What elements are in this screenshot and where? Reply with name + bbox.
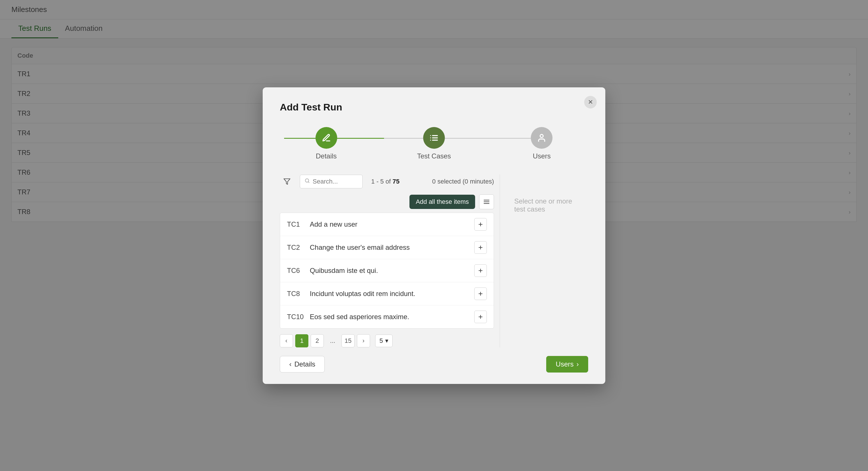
pagination-prev[interactable]: ‹ xyxy=(280,334,293,347)
tc-code: TC1 xyxy=(287,220,310,228)
page-info: 1 - 5 of 75 xyxy=(371,178,399,185)
tc-add-button[interactable] xyxy=(474,287,487,300)
add-all-button[interactable]: Add all these items xyxy=(409,195,475,209)
svg-marker-7 xyxy=(284,179,290,184)
test-case-row: TC6 Quibusdam iste et qui. xyxy=(280,259,494,282)
test-cases-table: TC1 Add a new user TC2 Change the user's… xyxy=(280,213,494,328)
modal-footer: ‹ Details Users › xyxy=(280,356,588,373)
filter-bar: 1 - 5 of 75 0 selected (0 minutes) xyxy=(280,175,494,189)
panel-divider xyxy=(500,175,500,347)
filter-button[interactable] xyxy=(280,175,294,189)
tc-add-button[interactable] xyxy=(474,241,487,254)
modal-backdrop: ✕ Add Test Run Details xyxy=(0,0,868,471)
left-panel: 1 - 5 of 75 0 selected (0 minutes) Add a… xyxy=(280,175,494,347)
pagination: ‹ 1 2 ... 15 › 5 ▾ xyxy=(280,334,494,347)
svg-line-9 xyxy=(308,182,309,182)
stepper: Details Test Cases xyxy=(280,127,588,160)
test-case-row: TC10 Eos sed sed asperiores maxime. xyxy=(280,306,494,328)
step-users: Users xyxy=(531,127,553,160)
tc-add-button[interactable] xyxy=(474,264,487,277)
modal-close-button[interactable]: ✕ xyxy=(584,96,597,108)
pagination-page-1[interactable]: 1 xyxy=(295,334,308,347)
selected-count: 0 selected (0 minutes) xyxy=(432,178,494,185)
step-details-label: Details xyxy=(316,152,337,160)
step-details-circle xyxy=(315,127,337,149)
add-all-label: Add all these items xyxy=(416,198,469,206)
pagination-next[interactable]: › xyxy=(357,334,370,347)
modal-title: Add Test Run xyxy=(280,102,588,113)
search-box xyxy=(300,175,363,188)
modal-content: 1 - 5 of 75 0 selected (0 minutes) Add a… xyxy=(280,175,588,347)
users-chevron-icon: › xyxy=(577,360,579,368)
users-button-label: Users xyxy=(556,360,574,368)
test-case-row: TC1 Add a new user xyxy=(280,213,494,236)
per-page-chevron-icon: ▾ xyxy=(385,337,388,345)
tc-title: Quibusdam iste et qui. xyxy=(310,266,474,275)
step-test-cases: Test Cases xyxy=(417,127,451,160)
step-test-cases-circle xyxy=(423,127,445,149)
tc-add-button[interactable] xyxy=(474,218,487,231)
details-chevron-icon: ‹ xyxy=(289,360,291,368)
add-all-row: Add all these items xyxy=(280,194,494,209)
tc-add-button[interactable] xyxy=(474,311,487,323)
tc-title: Add a new user xyxy=(310,220,474,228)
search-input[interactable] xyxy=(313,178,358,185)
list-view-button[interactable] xyxy=(479,194,494,209)
per-page-selector[interactable]: 5 ▾ xyxy=(375,335,393,347)
tc-code: TC6 xyxy=(287,266,310,275)
tc-code: TC2 xyxy=(287,244,310,251)
test-case-row: TC2 Change the user's email address xyxy=(280,236,494,259)
tc-code: TC8 xyxy=(287,290,310,298)
users-button[interactable]: Users › xyxy=(546,356,588,373)
right-panel: Select one or more test cases xyxy=(506,175,588,347)
tc-code: TC10 xyxy=(287,313,310,321)
details-button-label: Details xyxy=(294,360,315,368)
svg-point-6 xyxy=(540,134,544,137)
add-all-tooltip: Add all these items xyxy=(409,194,494,209)
per-page-value: 5 xyxy=(379,337,383,345)
step-users-label: Users xyxy=(533,152,551,160)
select-hint: Select one or more test cases xyxy=(514,197,580,213)
step-test-cases-label: Test Cases xyxy=(417,152,451,160)
pagination-page-2[interactable]: 2 xyxy=(311,334,324,347)
tc-title: Change the user's email address xyxy=(310,244,474,251)
search-icon xyxy=(305,178,310,185)
pagination-dots: ... xyxy=(326,334,339,347)
step-details: Details xyxy=(315,127,337,160)
step-users-circle xyxy=(531,127,553,149)
test-case-row: TC8 Incidunt voluptas odit rem incidunt. xyxy=(280,282,494,306)
tc-title: Incidunt voluptas odit rem incidunt. xyxy=(310,290,474,298)
tc-title: Eos sed sed asperiores maxime. xyxy=(310,313,474,321)
stepper-steps: Details Test Cases xyxy=(315,127,553,160)
modal-add-test-run: ✕ Add Test Run Details xyxy=(263,87,605,384)
details-button[interactable]: ‹ Details xyxy=(280,356,324,373)
pagination-page-15[interactable]: 15 xyxy=(341,334,354,347)
